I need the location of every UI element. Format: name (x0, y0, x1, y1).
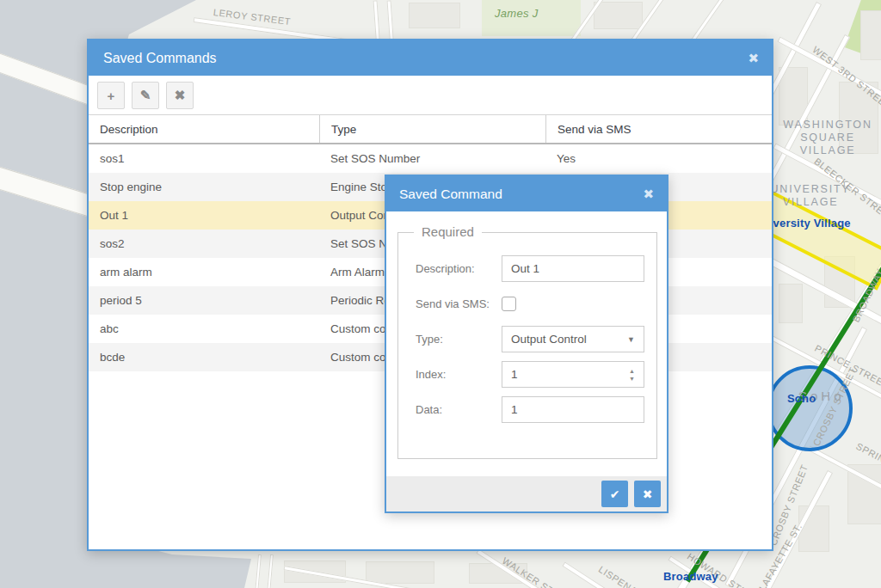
form-row: Type:Output Control▼ (416, 326, 644, 352)
street-label: LISPENARD ST (597, 564, 665, 588)
cell-description: abc (89, 315, 319, 343)
building-block (779, 284, 803, 323)
index-spinner[interactable]: 1▲▼ (502, 361, 644, 388)
required-fieldset: Required Description:Out 1Send via SMS:T… (397, 232, 657, 459)
cell-description: period 5 (89, 286, 319, 315)
field-label: Index: (416, 368, 502, 381)
building-block (366, 561, 434, 584)
saved-commands-titlebar: Saved Commands ✖ (89, 40, 772, 76)
fieldset-legend: Required (414, 224, 482, 239)
form-row: Data:1 (416, 396, 644, 423)
dialog-title: Saved Command (399, 187, 502, 202)
park-label: James J (495, 7, 539, 20)
plus-icon: + (108, 89, 115, 103)
road (267, 554, 274, 588)
input-value: Out 1 (511, 262, 539, 275)
dialog-footer: ✔ ✖ (386, 476, 667, 511)
saved-command-body: Required Description:Out 1Send via SMS:T… (386, 211, 667, 476)
cell-description: bcde (89, 343, 319, 371)
check-icon: ✔ (610, 487, 620, 501)
cell-description: sos1 (89, 144, 319, 173)
building-block (409, 3, 460, 28)
building-block (860, 10, 881, 60)
table-row[interactable]: sos1Set SOS NumberYes (89, 144, 772, 173)
input-value: 1 (511, 403, 518, 416)
add-button[interactable]: + (97, 82, 125, 109)
data-input[interactable]: 1 (502, 396, 644, 423)
delete-icon: ✖ (175, 88, 186, 103)
description-input[interactable]: Out 1 (502, 255, 644, 282)
app-stage: LEROY STREETWEST 3RD STREETBLEECKER STRE… (0, 0, 881, 588)
road (387, 0, 394, 43)
field-label: Description: (416, 262, 502, 275)
field-label: Send via SMS: (416, 297, 502, 310)
area-label: WASHINGTONSQUAREVILLAGE (783, 119, 872, 157)
close-icon: ✖ (643, 487, 653, 501)
type-select[interactable]: Output Control▼ (502, 326, 644, 352)
chevron-down-icon: ▼ (627, 335, 635, 344)
spinner-arrows[interactable]: ▲▼ (629, 368, 635, 382)
geofence-label: Soho (787, 392, 816, 405)
required-fieldset-body: Description:Out 1Send via SMS:Type:Outpu… (398, 255, 656, 423)
spin-down-icon[interactable]: ▼ (629, 376, 635, 382)
form-row: Index:1▲▼ (416, 361, 644, 388)
confirm-button[interactable]: ✔ (601, 481, 628, 507)
dialog-title: Saved Commands (103, 51, 217, 66)
table-header: DescriptionTypeSend via SMS (89, 114, 772, 144)
road (373, 0, 380, 43)
cancel-button[interactable]: ✖ (634, 481, 661, 507)
select-value: Output Control (511, 333, 587, 346)
saved-command-dialog: Saved Command ✖ Required Description:Out… (385, 175, 668, 513)
cell-sms: Yes (545, 144, 772, 173)
close-icon[interactable]: ✖ (643, 187, 654, 200)
edit-button[interactable]: ✎ (132, 82, 159, 109)
spin-up-icon[interactable]: ▲ (629, 368, 635, 374)
close-icon[interactable]: ✖ (748, 52, 759, 64)
cell-description: Out 1 (89, 201, 319, 230)
pencil-icon: ✎ (140, 88, 151, 103)
delete-button[interactable]: ✖ (166, 82, 194, 109)
column-header-type[interactable]: Type (319, 115, 545, 143)
form-row: Description:Out 1 (416, 255, 644, 282)
field-label: Data: (416, 403, 502, 416)
spinner-value: 1 (511, 368, 518, 381)
area-label: UNIVERSITYVILLAGE (770, 183, 850, 209)
road (255, 554, 262, 588)
building-block (594, 2, 643, 29)
column-header-send-via-sms[interactable]: Send via SMS (545, 115, 772, 143)
cell-description: arm alarm (89, 258, 319, 286)
field-label: Type: (416, 333, 502, 346)
cell-description: sos2 (89, 230, 319, 258)
form-row: Send via SMS: (416, 291, 644, 317)
cell-description: Stop engine (89, 173, 319, 201)
column-header-description[interactable]: Description (89, 115, 319, 143)
cell-type: Set SOS Number (319, 144, 545, 173)
send-via-sms-checkbox[interactable] (502, 297, 516, 311)
dialog-toolbar: +✎✖ (89, 76, 772, 114)
saved-command-titlebar: Saved Command ✖ (386, 176, 667, 211)
geofence-label: Broadway (663, 570, 718, 583)
